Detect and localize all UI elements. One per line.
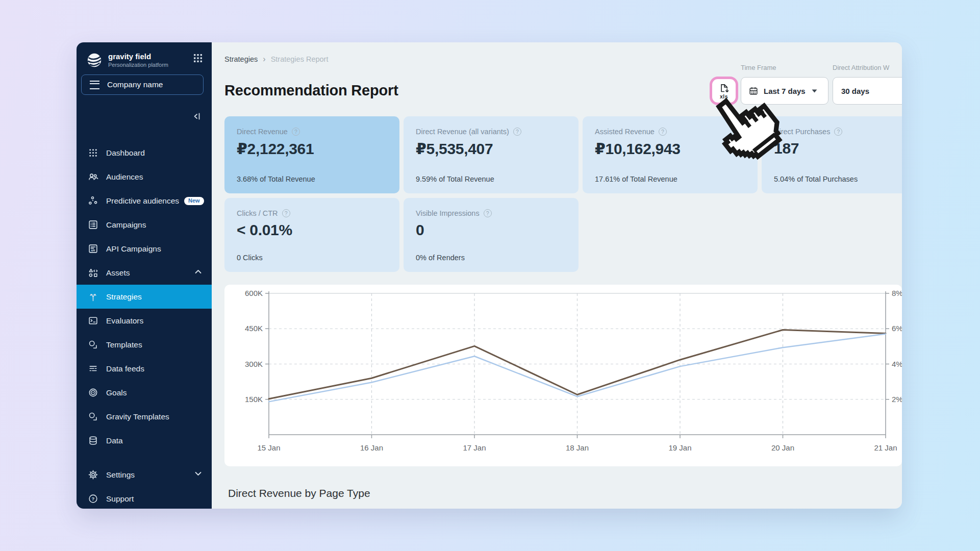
gear-icon [88, 469, 98, 480]
company-selector[interactable]: Company name [81, 74, 204, 95]
sidebar-item-api-campaigns[interactable]: APIAPI Campaigns [77, 237, 212, 261]
split-arrow-icon [88, 291, 98, 302]
brand-tagline: Personalization platform [108, 62, 168, 68]
metric-label: Direct Purchases [774, 128, 830, 136]
metric-card-direct-purchases[interactable]: Direct Purchases?1875.04% of Total Purch… [762, 116, 902, 193]
sidebar-item-goals[interactable]: Goals [77, 381, 212, 405]
revenue-chart-card: 600K450K300K150K8%6%4%2%15 Jan16 Jan17 J… [224, 285, 902, 466]
help-icon[interactable]: ? [659, 128, 667, 136]
new-badge: New [184, 197, 204, 205]
help-icon[interactable]: ? [513, 128, 521, 136]
metric-subtext: 5.04% of Total Purchases [774, 175, 858, 183]
sidebar-item-gravity-templates[interactable]: Gravity Templates [77, 405, 212, 429]
sidebar-item-label: Goals [106, 388, 127, 397]
svg-text:21 Jan: 21 Jan [874, 443, 897, 452]
sidebar-item-label: Data [106, 436, 123, 445]
help-icon[interactable]: ? [484, 209, 492, 217]
help-icon[interactable]: ? [282, 209, 290, 217]
metric-label: Direct Revenue [237, 128, 288, 136]
svg-text:18 Jan: 18 Jan [566, 443, 589, 452]
sidebar-item-label: Templates [106, 340, 142, 349]
export-xls-button[interactable]: xls [710, 77, 738, 105]
sidebar-item-label: Strategies [106, 292, 142, 302]
company-name-label: Company name [107, 80, 163, 89]
metric-label: Direct Revenue (all variants) [416, 128, 509, 136]
sidebar-item-label: Gravity Templates [106, 412, 169, 421]
sidebar-item-data[interactable]: Data [77, 429, 212, 453]
metric-cards-row-1: Direct Revenue?₽2,122,3613.68% of Total … [224, 116, 902, 193]
brand: gravity field Personalization platform [87, 48, 204, 72]
sidebar-item-label: Evaluators [106, 316, 143, 325]
sidebar-item-dashboard[interactable]: Dashboard [77, 141, 212, 165]
breadcrumb-strategies[interactable]: Strategies [224, 55, 258, 63]
sidebar-item-label: Dashboard [106, 148, 145, 158]
feed-lines-icon [88, 363, 98, 374]
sidebar-item-assets[interactable]: Assets [77, 261, 212, 285]
time-frame-label: Time Frame [741, 64, 776, 71]
sidebar-item-label: Predictive audiences [106, 196, 179, 206]
nodes-icon [88, 195, 98, 206]
metric-card-assisted-revenue[interactable]: Assisted Revenue?₽10,162,94317.61% of To… [583, 116, 758, 193]
svg-text:150K: 150K [245, 395, 263, 404]
metric-label: Clicks / CTR [237, 209, 278, 217]
metric-value: 0 [416, 221, 566, 239]
svg-text:?: ? [92, 496, 95, 502]
sidebar-footer-menu: Settings?Support [77, 463, 212, 509]
svg-text:450K: 450K [245, 324, 263, 333]
apps-grid-icon[interactable] [192, 53, 204, 64]
svg-text:6%: 6% [892, 324, 902, 333]
sidebar-collapse-button[interactable] [191, 111, 202, 121]
metric-card-visible-impressions[interactable]: Visible Impressions?00% of Renders [404, 198, 579, 272]
metric-subtext: 0 Clicks [237, 254, 263, 262]
sidebar-item-evaluators[interactable]: Evaluators [77, 309, 212, 333]
sidebar-item-predictive-audiences[interactable]: Predictive audiencesNew [77, 189, 212, 213]
sidebar-item-campaigns[interactable]: Campaigns [77, 213, 212, 237]
database-icon [88, 435, 98, 446]
brand-name: gravity field [108, 52, 168, 61]
desktop-background: gravity field Personalization platform C… [0, 0, 980, 551]
sidebar-item-strategies[interactable]: Strategies [77, 285, 212, 309]
page-title: Recommendation Report [224, 82, 398, 99]
metric-value: ₽10,162,943 [595, 140, 745, 158]
brand-logo-icon [87, 53, 102, 68]
api-card-icon: API [88, 243, 98, 254]
copies-icon [88, 339, 98, 350]
metric-subtext: 17.61% of Total Revenue [595, 175, 677, 183]
help-circle-icon: ? [88, 493, 98, 504]
grid-dots-icon [88, 147, 98, 158]
metric-card-direct-revenue-all-variants-[interactable]: Direct Revenue (all variants)?₽5,535,407… [404, 116, 579, 193]
svg-text:16 Jan: 16 Jan [360, 443, 383, 452]
terminal-icon [88, 315, 98, 326]
line-chart: 600K450K300K150K8%6%4%2%15 Jan16 Jan17 J… [224, 285, 902, 466]
people-icon [88, 171, 98, 182]
sidebar-item-settings[interactable]: Settings [77, 463, 212, 487]
metric-subtext: 9.59% of Total Revenue [416, 175, 494, 183]
metric-subtext: 3.68% of Total Revenue [237, 175, 315, 183]
attribution-window-input[interactable]: 30 days [833, 77, 902, 105]
sidebar-item-data-feeds[interactable]: Data feeds [77, 357, 212, 381]
time-frame-dropdown[interactable]: Last 7 days [741, 77, 828, 105]
breadcrumb-separator-icon: › [263, 55, 265, 64]
metric-card-clicks-ctr[interactable]: Clicks / CTR?< 0.01%0 Clicks [224, 198, 399, 272]
target-icon [88, 387, 98, 398]
xls-label: xls [720, 93, 728, 99]
help-icon[interactable]: ? [834, 128, 842, 136]
caret-down-icon [812, 89, 817, 93]
svg-text:19 Jan: 19 Jan [668, 443, 691, 452]
time-frame-value: Last 7 days [764, 87, 806, 95]
sidebar-item-templates[interactable]: Templates [77, 333, 212, 357]
metric-label: Visible Impressions [416, 209, 480, 217]
help-icon[interactable]: ? [292, 128, 300, 136]
metric-card-direct-revenue[interactable]: Direct Revenue?₽2,122,3613.68% of Total … [224, 116, 399, 193]
menu-icon [90, 81, 99, 89]
shapes-icon [88, 267, 98, 278]
sidebar-item-audiences[interactable]: Audiences [77, 165, 212, 189]
sidebar-item-support[interactable]: ?Support [77, 487, 212, 509]
sidebar-item-label: Assets [106, 268, 130, 278]
chevron-up-icon [195, 269, 202, 274]
svg-text:20 Jan: 20 Jan [771, 443, 794, 452]
sidebar-item-label: Data feeds [106, 364, 144, 373]
section-title: Direct Revenue by Page Type [228, 487, 370, 499]
metric-label: Assisted Revenue [595, 128, 655, 136]
sidebar-item-label: API Campaigns [106, 244, 161, 254]
